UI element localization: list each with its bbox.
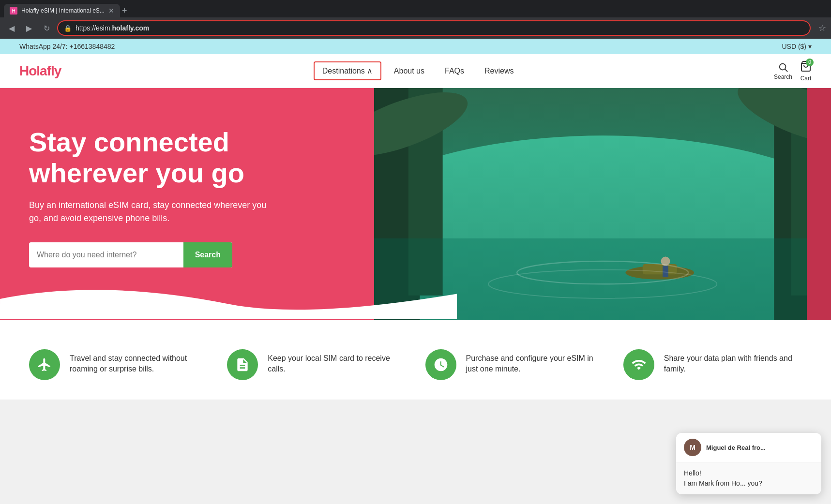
cart-button[interactable]: 0 Cart bbox=[800, 60, 812, 82]
currency-label: USD ($) bbox=[782, 43, 806, 50]
website-container: WhatsApp 24/7: +16613848482 USD ($) ▾ Ho… bbox=[0, 39, 831, 400]
feature-icon-plane bbox=[29, 349, 60, 380]
search-icon bbox=[778, 62, 788, 73]
bookmark-icon[interactable]: ☆ bbox=[818, 23, 826, 33]
browser-chrome: H Holafly eSIM | International eS... ✕ +… bbox=[0, 0, 831, 39]
red-accent bbox=[807, 88, 831, 320]
features-section: Travel and stay connected without roamin… bbox=[0, 320, 831, 400]
clock-icon bbox=[433, 357, 449, 372]
cart-badge: 0 bbox=[806, 59, 814, 66]
feature-item-travel: Travel and stay connected without roamin… bbox=[19, 349, 217, 380]
reviews-label: Reviews bbox=[484, 67, 514, 75]
tab-favicon: H bbox=[10, 7, 17, 15]
nav-item-faqs[interactable]: FAQs bbox=[437, 63, 472, 79]
search-button[interactable]: Search bbox=[774, 62, 792, 80]
tab-title: Holafly eSIM | International eS... bbox=[21, 7, 105, 14]
search-label: Search bbox=[774, 74, 792, 80]
feature-item-configure: Purchase and configure your eSIM in just… bbox=[416, 349, 614, 380]
currency-chevron-icon: ▾ bbox=[808, 43, 812, 50]
destinations-label: Destinations bbox=[322, 67, 365, 75]
feature-item-sim: Keep your local SIM card to receive call… bbox=[217, 349, 415, 380]
tab-close-icon[interactable]: ✕ bbox=[108, 7, 114, 14]
browser-tab[interactable]: H Holafly eSIM | International eS... ✕ bbox=[4, 4, 120, 17]
document-icon bbox=[235, 357, 250, 372]
search-input[interactable] bbox=[29, 251, 183, 259]
feature-item-share: Share your data plan with friends and fa… bbox=[614, 349, 812, 380]
feature-text-share: Share your data plan with friends and fa… bbox=[664, 349, 802, 375]
nav-item-about[interactable]: About us bbox=[386, 63, 432, 79]
feature-text-configure: Purchase and configure your eSIM in just… bbox=[466, 349, 604, 375]
hero-title-line2: wherever you go bbox=[29, 158, 244, 188]
hero-wave bbox=[0, 279, 457, 320]
feature-text-travel: Travel and stay connected without roamin… bbox=[70, 349, 208, 375]
browser-tab-bar: H Holafly eSIM | International eS... ✕ + bbox=[0, 0, 831, 17]
nav-item-destinations[interactable]: Destinations ∧ bbox=[314, 61, 381, 80]
cart-label: Cart bbox=[801, 75, 812, 82]
search-submit-button[interactable]: Search bbox=[183, 242, 232, 267]
feature-icon-document bbox=[227, 349, 258, 380]
destinations-chevron-icon: ∧ bbox=[367, 66, 373, 75]
lock-icon: 🔒 bbox=[64, 25, 72, 32]
browser-toolbar: ◀ ▶ ↻ 🔒 https://esim.holafly.com ☆ bbox=[0, 17, 831, 39]
hero-section: Stay connected wherever you go Buy an in… bbox=[0, 88, 831, 320]
forward-button[interactable]: ▶ bbox=[22, 21, 36, 35]
address-bar[interactable]: 🔒 https://esim.holafly.com bbox=[57, 20, 811, 36]
feature-icon-wifi bbox=[623, 349, 654, 380]
nav-actions: Search 0 Cart bbox=[774, 60, 812, 82]
svg-point-0 bbox=[780, 63, 786, 70]
hero-subtitle: Buy an international eSIM card, stay con… bbox=[29, 199, 271, 225]
wifi-icon bbox=[631, 357, 647, 372]
nav-item-reviews[interactable]: Reviews bbox=[477, 63, 521, 79]
logo-text: Holafly bbox=[19, 63, 61, 78]
plane-icon bbox=[37, 357, 52, 372]
new-tab-icon[interactable]: + bbox=[122, 6, 127, 16]
url-text[interactable]: https://esim.holafly.com bbox=[76, 24, 804, 32]
about-label: About us bbox=[394, 67, 424, 75]
hero-title-line1: Stay connected bbox=[29, 127, 229, 157]
url-prefix: https://esim. bbox=[76, 24, 112, 32]
hero-content: Stay connected wherever you go Buy an in… bbox=[0, 88, 436, 306]
svg-line-1 bbox=[785, 69, 787, 72]
whatsapp-contact: WhatsApp 24/7: +16613848482 bbox=[19, 43, 115, 50]
feature-icon-clock bbox=[425, 349, 456, 380]
faqs-label: FAQs bbox=[445, 67, 464, 75]
url-domain: holafly.com bbox=[112, 24, 149, 32]
top-bar: WhatsApp 24/7: +16613848482 USD ($) ▾ bbox=[0, 39, 831, 54]
back-button[interactable]: ◀ bbox=[5, 21, 18, 35]
site-logo[interactable]: Holafly bbox=[19, 63, 61, 79]
currency-selector[interactable]: USD ($) ▾ bbox=[782, 43, 812, 50]
refresh-button[interactable]: ↻ bbox=[40, 21, 53, 35]
navbar: Holafly Destinations ∧ About us FAQs Rev… bbox=[0, 54, 831, 88]
feature-text-sim: Keep your local SIM card to receive call… bbox=[268, 349, 406, 375]
nav-links: Destinations ∧ About us FAQs Reviews bbox=[314, 61, 522, 80]
hero-search-bar: Search bbox=[29, 242, 232, 267]
hero-title: Stay connected wherever you go bbox=[29, 127, 407, 189]
